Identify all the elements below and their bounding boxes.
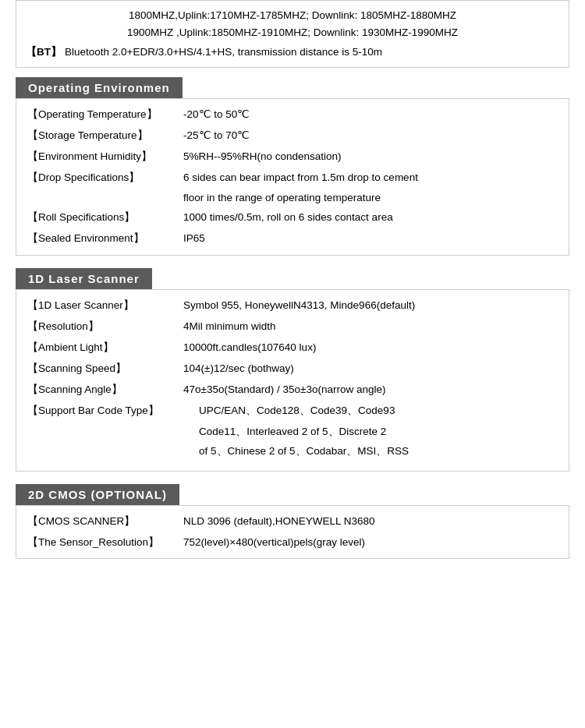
page-wrapper: 1800MHZ,Uplink:1710MHZ-1785MHZ; Downlink… [0, 0, 585, 559]
bt-row: 【BT】 Bluetooth 2.0+EDR/3.0+HS/4.1+HS, tr… [26, 44, 559, 61]
drop-spec-indent: floor in the range of operating temperat… [27, 190, 558, 207]
cmos-scanner-label: 【CMOS SCANNER】 [27, 514, 183, 530]
bt-label: 【BT】 [26, 44, 62, 61]
bt-value: Bluetooth 2.0+EDR/3.0+HS/4.1+HS, transmi… [65, 44, 382, 61]
1d-laser-value: Symbol 955, HoneywellN4313, Minde966(def… [183, 298, 558, 314]
cmos-header-wrap: 2D CMOS (OPTIONAL) [16, 484, 569, 505]
sensor-resolution-value: 752(level)×480(vertical)pels(gray level) [183, 535, 558, 551]
scanning-speed-value: 104(±)12/sec (bothway) [183, 361, 558, 377]
op-temp-row: 【Operating Temperature】 -20℃ to 50℃ [27, 107, 558, 123]
sealed-env-label: 【Sealed Environment】 [27, 231, 183, 247]
bar-code-indent2: of 5、Chinese 2 of 5、Codabar、MSI、RSS [27, 444, 558, 460]
cmos-scanner-value: NLD 3096 (default),HONEYWELL N3680 [183, 514, 558, 530]
cmos-box: 【CMOS SCANNER】 NLD 3096 (default),HONEYW… [16, 505, 569, 560]
op-temp-value: -20℃ to 50℃ [183, 107, 558, 123]
resolution-row: 【Resolution】 4Mil minimum width [27, 319, 558, 335]
drop-spec-label: 【Drop Specifications】 [27, 170, 183, 186]
scanning-angle-row: 【Scanning Angle】 47o±35o(Standard) / 35o… [27, 382, 558, 398]
ambient-light-row: 【Ambient Light】 10000ft.candles(107640 l… [27, 340, 558, 356]
env-humidity-value: 5%RH--95%RH(no condensation) [183, 149, 558, 165]
drop-spec-row: 【Drop Specifications】 6 sides can bear i… [27, 170, 558, 186]
operating-env-header-wrap: Operating Environmen [16, 77, 569, 98]
bar-code-label: 【Support Bar Code Type】 [27, 403, 199, 419]
scanning-angle-label: 【Scanning Angle】 [27, 382, 183, 398]
storage-temp-value: -25℃ to 70℃ [183, 128, 558, 144]
storage-temp-row: 【Storage Temperature】 -25℃ to 70℃ [27, 128, 558, 144]
laser-header-wrap: 1D Laser Scanner [16, 268, 569, 289]
roll-spec-value: 1000 times/0.5m, roll on 6 sides contact… [183, 210, 558, 226]
scanning-angle-value: 47o±35o(Standard) / 35o±3o(narrow angle) [183, 382, 558, 398]
cmos-header: 2D CMOS (OPTIONAL) [16, 484, 179, 505]
bar-code-value: UPC/EAN、Code128、Code39、Code93 [199, 403, 558, 419]
bar-code-indent1: Code11、Interleaved 2 of 5、Discrete 2 [27, 424, 558, 440]
laser-header: 1D Laser Scanner [16, 268, 152, 289]
operating-env-header: Operating Environmen [16, 77, 183, 98]
ambient-light-label: 【Ambient Light】 [27, 340, 183, 356]
freq2-text: 1900MHZ ,Uplink:1850MHZ-1910MHZ; Downlin… [26, 24, 559, 41]
storage-temp-label: 【Storage Temperature】 [27, 128, 183, 144]
roll-spec-row: 【Roll Specifications】 1000 times/0.5m, r… [27, 210, 558, 226]
sensor-resolution-label: 【The Sensor_Resolution】 [27, 535, 183, 551]
sealed-env-row: 【Sealed Environment】 IP65 [27, 231, 558, 247]
1d-laser-row: 【1D Laser Scanner】 Symbol 955, Honeywell… [27, 298, 558, 314]
resolution-label: 【Resolution】 [27, 319, 183, 335]
scanning-speed-label: 【Scanning Speed】 [27, 361, 183, 377]
laser-box: 【1D Laser Scanner】 Symbol 955, Honeywell… [16, 289, 569, 471]
env-humidity-row: 【Environment Humidity】 5%RH--95%RH(no co… [27, 149, 558, 165]
scanning-speed-row: 【Scanning Speed】 104(±)12/sec (bothway) [27, 361, 558, 377]
resolution-value: 4Mil minimum width [183, 319, 558, 335]
cmos-scanner-row: 【CMOS SCANNER】 NLD 3096 (default),HONEYW… [27, 514, 558, 530]
op-temp-label: 【Operating Temperature】 [27, 107, 183, 123]
bar-code-row: 【Support Bar Code Type】 UPC/EAN、Code128、… [27, 403, 558, 419]
roll-spec-label: 【Roll Specifications】 [27, 210, 183, 226]
freq1-text: 1800MHZ,Uplink:1710MHZ-1785MHZ; Downlink… [26, 7, 559, 24]
operating-env-box: 【Operating Temperature】 -20℃ to 50℃ 【Sto… [16, 98, 569, 256]
sealed-env-value: IP65 [183, 231, 558, 247]
sensor-resolution-row: 【The Sensor_Resolution】 752(level)×480(v… [27, 535, 558, 551]
ambient-light-value: 10000ft.candles(107640 lux) [183, 340, 558, 356]
frequency-section: 1800MHZ,Uplink:1710MHZ-1785MHZ; Downlink… [16, 0, 569, 68]
env-humidity-label: 【Environment Humidity】 [27, 149, 183, 165]
1d-laser-label: 【1D Laser Scanner】 [27, 298, 183, 314]
drop-spec-value: 6 sides can bear impact from 1.5m drop t… [183, 170, 558, 186]
